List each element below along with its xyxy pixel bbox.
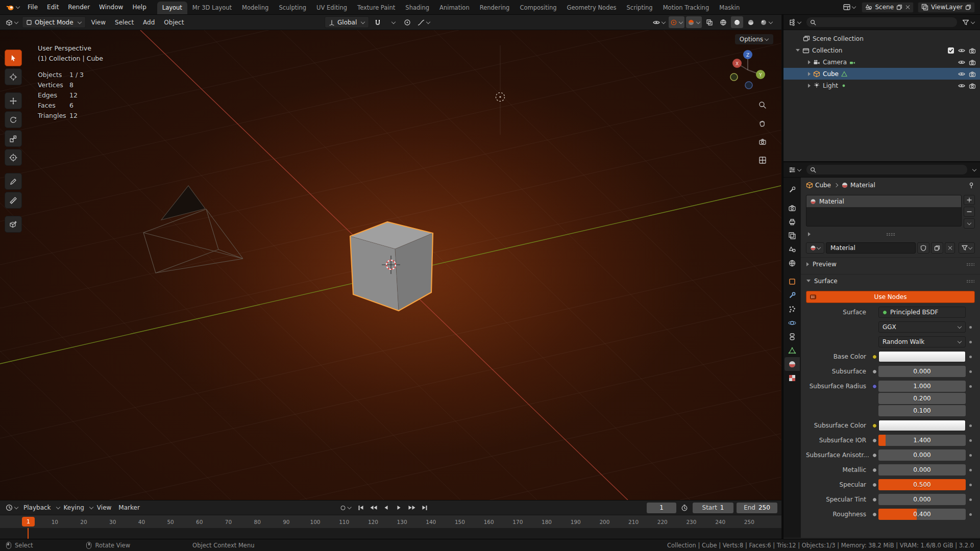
material-slot-item[interactable]: Material: [806, 195, 961, 207]
properties-search[interactable]: [806, 164, 968, 175]
properties-tab-view-layer[interactable]: [785, 229, 800, 242]
marker-menu[interactable]: Marker: [115, 504, 143, 511]
add-slot-button[interactable]: [964, 195, 975, 205]
material-slot-list[interactable]: Material: [806, 195, 962, 227]
workspace-tab[interactable]: Layout: [157, 2, 187, 14]
roughness-slider[interactable]: 0.400: [878, 509, 966, 520]
viewport-menu-item[interactable]: View: [88, 19, 109, 26]
new-scene-icon[interactable]: [896, 4, 902, 10]
workspace-tab[interactable]: Shading: [400, 2, 434, 14]
decorator-dot[interactable]: [969, 498, 972, 501]
decorator-dot[interactable]: [969, 484, 972, 486]
snap-toggle[interactable]: [372, 16, 384, 28]
disclosure-closed-icon[interactable]: [808, 72, 811, 76]
topbar-menu-item[interactable]: Window: [94, 0, 128, 15]
decorator-dot[interactable]: [969, 424, 972, 427]
use-nodes-button[interactable]: Use Nodes: [806, 291, 975, 303]
outliner-row-collection[interactable]: Collection: [783, 44, 980, 56]
frame-ruler[interactable]: 10 20 30 40 50 60 70 80: [0, 515, 781, 528]
pan-button[interactable]: [757, 118, 768, 129]
properties-tab-world[interactable]: [785, 256, 800, 270]
workspace-tab[interactable]: Motion Tracking: [658, 2, 715, 14]
properties-tab-render[interactable]: [785, 201, 800, 215]
shading-solid-button[interactable]: [731, 16, 743, 28]
playback-menu[interactable]: Playback: [20, 504, 55, 511]
workspace-tab[interactable]: Texture Paint: [352, 2, 400, 14]
properties-tab-particles[interactable]: [785, 302, 800, 316]
decorator-dot[interactable]: [969, 469, 972, 471]
annotate-tool[interactable]: [5, 173, 22, 190]
properties-tab-constraints[interactable]: [785, 330, 800, 343]
workspace-tab[interactable]: Sculpting: [274, 2, 311, 14]
topbar-menu-item[interactable]: Help: [128, 0, 151, 15]
frame-start-field[interactable]: Start 1: [693, 503, 733, 513]
eye-icon[interactable]: [958, 70, 965, 78]
viewport-menu-item[interactable]: Object: [160, 19, 187, 26]
axis-neg-y-ball[interactable]: [730, 73, 738, 81]
eye-icon[interactable]: [958, 59, 965, 66]
gizmos-dropdown[interactable]: [669, 16, 684, 28]
cursor-tool[interactable]: [5, 68, 22, 85]
scene-selector[interactable]: Scene: [862, 2, 914, 13]
next-keyframe-button[interactable]: [406, 502, 418, 513]
light-object[interactable]: [496, 45, 505, 135]
subsurface-radius-y-field[interactable]: 0.200: [878, 393, 966, 404]
play-reverse-button[interactable]: [381, 502, 392, 513]
viewlayer-selector[interactable]: ViewLayer: [918, 2, 975, 13]
jump-to-start-button[interactable]: [355, 502, 366, 513]
slot-specials-dropdown[interactable]: [964, 218, 975, 229]
proportional-editing-toggle[interactable]: [401, 16, 413, 28]
subsurface-radius-z-field[interactable]: 0.100: [878, 405, 966, 416]
current-frame-field[interactable]: 1: [647, 503, 676, 513]
properties-tab-scene[interactable]: [785, 242, 800, 256]
fake-user-button[interactable]: [917, 242, 929, 254]
outliner-search[interactable]: [806, 17, 958, 28]
subsurface-radius-x-field[interactable]: 1.000: [878, 381, 966, 392]
snap-settings-dropdown[interactable]: [386, 16, 399, 28]
navigation-gizmo[interactable]: X Y Z: [726, 46, 769, 89]
overlays-dropdown[interactable]: [686, 16, 702, 28]
xray-toggle[interactable]: [703, 16, 716, 28]
shading-wireframe-button[interactable]: [717, 16, 729, 28]
outliner-row-scene-collection[interactable]: Scene Collection: [783, 33, 980, 44]
workspace-tab[interactable]: Animation: [434, 2, 475, 14]
options-dropdown[interactable]: Options: [735, 34, 773, 44]
workspace-tab[interactable]: Compositing: [514, 2, 561, 14]
outliner-row-camera[interactable]: Camera: [783, 56, 980, 68]
workspace-tab[interactable]: Mr 3D Layout: [187, 2, 237, 14]
checkbox-checked-icon[interactable]: [947, 47, 954, 54]
mode-selector[interactable]: Object Mode: [22, 16, 86, 28]
breadcrumb-data[interactable]: Material: [850, 182, 875, 189]
active-workspace-dropdown[interactable]: [842, 3, 857, 12]
unlink-material-button[interactable]: [945, 242, 955, 254]
frame-end-field[interactable]: End 250: [737, 503, 777, 513]
material-slots-resize-grip[interactable]: [886, 233, 895, 236]
editor-type-dropdown[interactable]: [4, 18, 20, 27]
remove-slot-button[interactable]: [964, 207, 975, 217]
axis-neg-z-ball[interactable]: [745, 82, 752, 89]
camera-object[interactable]: [143, 186, 243, 273]
base-color-swatch[interactable]: [878, 351, 966, 362]
properties-tab-physics[interactable]: [785, 316, 800, 330]
material-name-field[interactable]: Material: [826, 242, 916, 254]
disclosure-closed-icon[interactable]: [808, 84, 811, 88]
decorator-dot[interactable]: [969, 385, 972, 388]
axis-z-ball[interactable]: Z: [743, 50, 752, 59]
previous-keyframe-button[interactable]: [368, 502, 379, 513]
camera-view-button[interactable]: [757, 136, 768, 147]
properties-editor-dropdown[interactable]: [787, 165, 803, 174]
properties-tab-modifiers[interactable]: [785, 288, 800, 302]
eye-icon[interactable]: [958, 82, 965, 89]
disclosure-open-icon[interactable]: [796, 49, 800, 52]
transform-tool[interactable]: [5, 149, 22, 166]
shading-material-button[interactable]: [745, 16, 757, 28]
properties-tab-tool[interactable]: [785, 183, 800, 196]
scale-tool[interactable]: [5, 130, 22, 147]
shading-rendered-button[interactable]: [758, 16, 774, 28]
outliner-row-light[interactable]: Light: [783, 80, 980, 91]
properties-tab-data[interactable]: [785, 343, 800, 357]
expand-icon[interactable]: [808, 232, 811, 236]
properties-tab-output[interactable]: [785, 215, 800, 229]
blender-menu-button[interactable]: [3, 3, 23, 11]
workspace-tab[interactable]: Geometry Nodes: [562, 2, 622, 14]
